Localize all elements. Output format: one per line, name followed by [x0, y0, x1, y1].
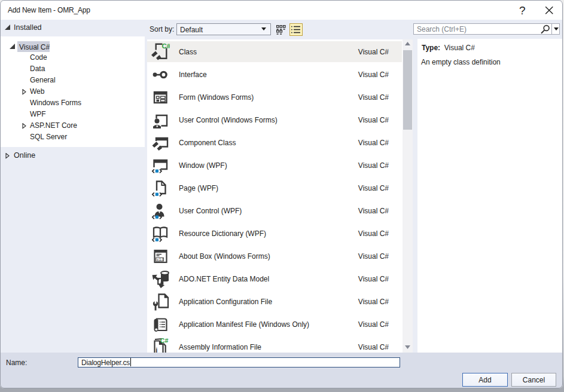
svg-text:C#: C#	[162, 42, 170, 50]
svg-text:C#: C#	[160, 338, 169, 344]
svg-text:v.1.0: v.1.0	[157, 258, 164, 261]
svg-text:i: i	[156, 347, 157, 353]
